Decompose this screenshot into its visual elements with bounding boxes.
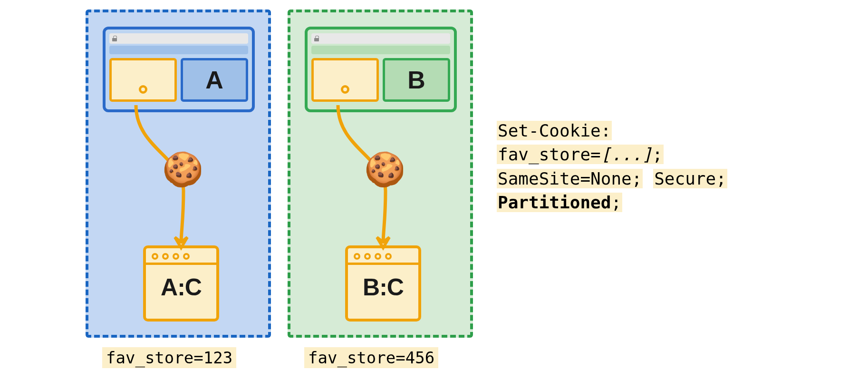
browser-window-a: A [103,27,255,112]
browser-window-b: B [305,27,457,112]
cookie-icon: 🍪 [364,153,405,186]
caption-a: fav_store=123 [102,347,236,368]
caption-b: fav_store=456 [304,347,438,368]
connection-point-icon [139,85,147,94]
cookie-icon: 🍪 [162,153,203,186]
top-site-label-a: A [181,58,248,102]
partition-a: A 🍪 A:C [86,10,271,338]
code-line-1: Set-Cookie: [497,121,612,140]
code-line-3b: Secure; [653,169,727,188]
url-bar [311,33,450,44]
connection-point-icon [341,85,349,94]
toolbar-bar [109,46,248,54]
code-line-3a: SameSite=None; [497,169,643,188]
cookie-store-label-b: B:C [348,273,418,301]
partition-b: B 🍪 B:C [288,10,473,338]
code-line-4: Partitioned; [497,193,622,212]
lock-icon [314,36,319,41]
embedded-frame-b [311,58,379,102]
toolbar-bar [311,46,450,54]
embedded-frame-a [109,58,177,102]
top-site-label-b: B [383,58,450,102]
code-line-2: fav_store=[...]; [497,145,664,164]
set-cookie-header: Set-Cookie: fav_store=[...]; SameSite=No… [497,119,727,215]
url-bar [109,33,248,44]
lock-icon [112,36,117,41]
cookie-store-label-a: A:C [146,273,216,301]
